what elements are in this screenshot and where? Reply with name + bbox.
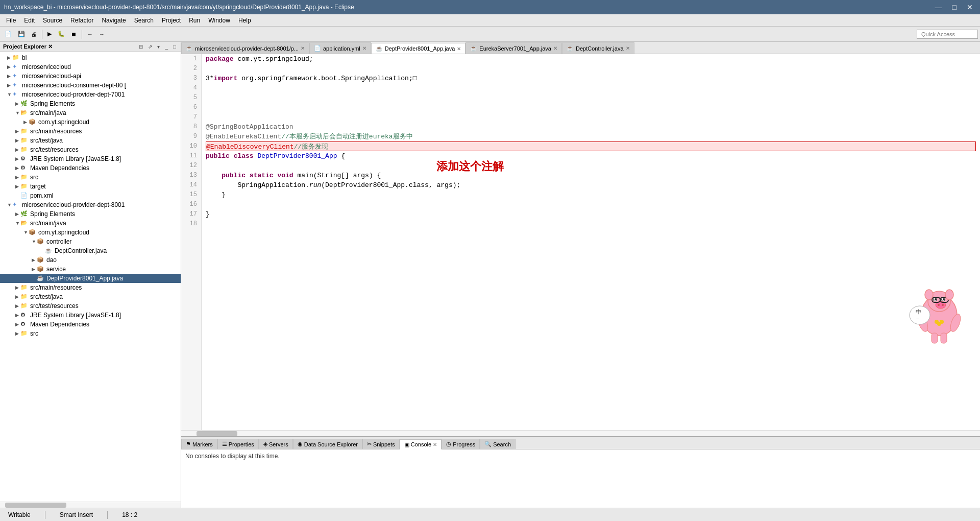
toolbar-run[interactable]: ▶: [45, 29, 54, 39]
explorer-link[interactable]: ⇗: [146, 43, 154, 50]
folder-icon-stj-7001: 📁: [20, 137, 29, 144]
tree-item-stj-7001[interactable]: ▶ 📁 src/test/java: [0, 136, 181, 145]
menu-navigate[interactable]: Navigate: [97, 16, 130, 25]
tab-search[interactable]: 🔍 Search: [480, 439, 516, 449]
console-content: No consoles to display at this time.: [181, 449, 980, 508]
tab-servers[interactable]: ◈ Servers: [259, 439, 293, 449]
svg-point-13: [945, 290, 953, 300]
tab-close-5[interactable]: ✕: [626, 45, 630, 51]
tab-deptcontroller[interactable]: ☕ DeptController.java ✕: [562, 42, 634, 54]
tab-markers[interactable]: ⚑ Markers: [181, 439, 217, 449]
java-main-icon-app: ☕: [37, 275, 45, 282]
tree-item-target-7001[interactable]: ▶ 📁 target: [0, 182, 181, 191]
title-bar: hn_workspace_bi - microservicecloud-prov…: [0, 0, 980, 14]
tree-item-src-7001[interactable]: ▶ 📁 src: [0, 173, 181, 182]
tab-close-1[interactable]: ✕: [301, 45, 305, 51]
tree-item-src-8001[interactable]: ▶ 📁 src: [0, 329, 181, 338]
tab-datasource[interactable]: ◉ Data Source Explorer: [293, 439, 362, 449]
tab-console[interactable]: ▣ Console ✕: [400, 439, 442, 449]
tree-item-provider-8001[interactable]: ▼ ✦ microservicecloud-provider-dept-8001: [0, 200, 181, 209]
code-editor[interactable]: 1 2 3 4 5 6 7 8 9 10 11 12 13 14: [181, 54, 980, 430]
tree-item-str-8001[interactable]: ▶ 📁 src/test/resources: [0, 301, 181, 311]
explorer-scrollbar-thumb[interactable]: [5, 503, 66, 508]
tree-item-jre-7001[interactable]: ▶ ⚙ JRE System Library [JavaSE-1.8]: [0, 154, 181, 163]
tree-item-jre-8001[interactable]: ▶ ⚙ JRE System Library [JavaSE-1.8]: [0, 311, 181, 320]
tree-item-microservicecloud-api[interactable]: ▶ ✦ microservicecloud-api: [0, 72, 181, 81]
tree-item-src-main-java-7001[interactable]: ▼ 📂 src/main/java: [0, 108, 181, 117]
tree-label-spring-7001: Spring Elements: [30, 100, 75, 107]
scrollbar-thumb-x[interactable]: [197, 431, 237, 436]
quick-access-input[interactable]: [917, 30, 978, 39]
tree-item-microservicecloud[interactable]: ▶ ✦ microservicecloud: [0, 62, 181, 72]
tree-item-spring-elements-7001[interactable]: ▶ 🌿 Spring Elements: [0, 99, 181, 108]
toolbar-save[interactable]: 💾: [15, 29, 28, 39]
tree-label-7001: microservicecloud-provider-dept-7001: [22, 91, 125, 98]
tab-close-4[interactable]: ✕: [553, 45, 557, 51]
toolbar-new[interactable]: 📄: [2, 29, 14, 39]
code-line-2: [206, 64, 976, 74]
tab-deptprovider8001app[interactable]: ☕ DeptProvider8001_App.java ✕: [371, 43, 466, 54]
toolbar-print[interactable]: 🖨: [29, 30, 39, 39]
tab-properties[interactable]: ☰ Properties: [217, 439, 259, 449]
tree-item-smr-8001[interactable]: ▶ 📁 src/main/resources: [0, 283, 181, 292]
minimize-button[interactable]: —: [932, 2, 945, 12]
tab-label-3: DeptProvider8001_App.java: [385, 45, 455, 52]
tree-item-provider-7001[interactable]: ▼ ✦ microservicecloud-provider-dept-7001: [0, 90, 181, 99]
tab-close-2[interactable]: ✕: [362, 45, 366, 51]
tree-item-pom-7001[interactable]: ▶ 📄 pom.xml: [0, 191, 181, 200]
tab-progress[interactable]: ◷ Progress: [442, 439, 480, 449]
toolbar-forward[interactable]: →: [96, 30, 107, 39]
explorer-tree[interactable]: ▶ 📁 bi ▶ ✦ microservicecloud ▶ ✦ microse…: [0, 52, 181, 502]
menu-run[interactable]: Run: [185, 16, 204, 25]
tab-snippets[interactable]: ✂ Snippets: [362, 439, 400, 449]
menu-edit[interactable]: Edit: [20, 16, 39, 25]
menu-refactor[interactable]: Refactor: [66, 16, 97, 25]
console-close[interactable]: ✕: [433, 442, 437, 447]
tree-item-pkg-8001[interactable]: ▼ 📦 com.yt.springcloud: [0, 228, 181, 237]
tab-microservicecloud[interactable]: ☕ microservicecloud-provider-dept-8001/p…: [181, 42, 309, 54]
tree-label-smr-7001: src/main/resources: [30, 128, 82, 135]
tree-item-bi[interactable]: ▶ 📁 bi: [0, 53, 181, 62]
explorer-minimize[interactable]: _: [163, 43, 169, 50]
tree-item-str-7001[interactable]: ▶ 📁 src/test/resources: [0, 145, 181, 154]
tree-arrow-spring-8001: ▶: [15, 211, 20, 217]
explorer-collapse-all[interactable]: ⊟: [137, 43, 144, 50]
menu-project[interactable]: Project: [158, 16, 185, 25]
maximize-button[interactable]: □: [949, 2, 960, 12]
tree-arrow-str-8001: ▶: [15, 303, 20, 309]
explorer-maximize[interactable]: □: [172, 43, 178, 50]
menu-search[interactable]: Search: [130, 16, 158, 25]
tree-item-maven-7001[interactable]: ▶ ⚙ Maven Dependencies: [0, 163, 181, 173]
tree-item-smr-7001[interactable]: ▶ 📁 src/main/resources: [0, 127, 181, 136]
svg-point-8: [943, 298, 945, 300]
menu-help[interactable]: Help: [234, 16, 255, 25]
toolbar-debug[interactable]: 🐛: [55, 29, 67, 39]
tab-application-yml[interactable]: 📄 application.yml ✕: [309, 42, 371, 54]
tree-item-deptprovider8001app[interactable]: ▶ ☕ DeptProvider8001_App.java: [0, 274, 181, 283]
tree-item-smj-8001[interactable]: ▼ 📂 src/main/java: [0, 219, 181, 228]
tree-item-maven-8001[interactable]: ▶ ⚙ Maven Dependencies: [0, 320, 181, 329]
toolbar-back[interactable]: ←: [85, 30, 95, 39]
menu-source[interactable]: Source: [39, 16, 66, 25]
code-line-18: [206, 219, 976, 229]
tree-item-dao-8001[interactable]: ▶ 📦 dao: [0, 255, 181, 265]
explorer-scrollbar[interactable]: [0, 502, 181, 508]
tree-item-deptcontroller[interactable]: ▶ ☕ DeptController.java: [0, 246, 181, 255]
tree-item-spring-elements-8001[interactable]: ▶ 🌿 Spring Elements: [0, 209, 181, 219]
tree-label-jre-7001: JRE System Library [JavaSE-1.8]: [30, 155, 121, 162]
editor-scrollbar-x[interactable]: [181, 430, 980, 436]
close-button[interactable]: ✕: [964, 2, 976, 12]
tree-item-service-8001[interactable]: ▶ 📦 service: [0, 265, 181, 274]
markers-label: Markers: [192, 441, 213, 447]
tab-close-3[interactable]: ✕: [457, 46, 461, 52]
explorer-menu[interactable]: ▾: [156, 43, 161, 50]
tree-item-package-7001[interactable]: ▶ 📦 com.yt.springcloud: [0, 117, 181, 127]
toolbar-stop[interactable]: ⏹: [68, 30, 79, 39]
menu-window[interactable]: Window: [204, 16, 234, 25]
tree-item-controller-8001[interactable]: ▼ 📦 controller: [0, 237, 181, 246]
menu-file[interactable]: File: [2, 16, 20, 25]
tab-eurekaserver7001[interactable]: ☕ EurekaServer7001_App.java ✕: [465, 42, 562, 54]
tree-item-stj-8001[interactable]: ▶ 📁 src/test/java: [0, 292, 181, 301]
tree-item-consumer-80[interactable]: ▶ ✦ microservicecloud-consumer-dept-80 [: [0, 81, 181, 90]
datasource-icon: ◉: [298, 441, 303, 447]
